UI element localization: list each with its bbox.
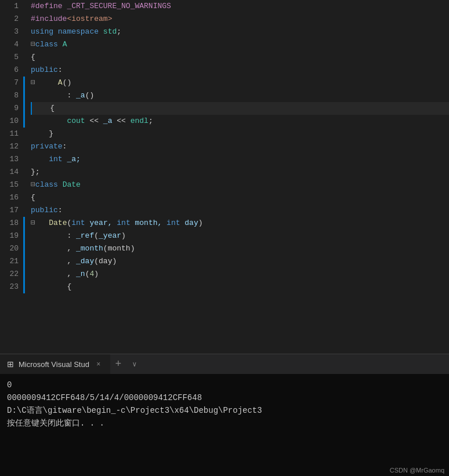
code-line: int _a; [31, 153, 449, 166]
terminal-tab[interactable]: ⊞ Microsoft Visual Stud × [0, 354, 110, 375]
line-number: 17 [0, 204, 19, 217]
code-line: cout << _a << endl; [31, 115, 449, 128]
code-line: #define _CRT_SECURE_NO_WARNINGS [31, 0, 449, 13]
terminal-output-wrapper: 00000009412CFF648/5/14/4/0000009412CFF64… [0, 374, 449, 476]
terminal-tab-icon: ⊞ [7, 359, 14, 369]
line-number: 20 [0, 242, 19, 255]
code-line: ⊟ Date(int year, int month, int day) [31, 217, 449, 230]
code-line: ⊟class A [31, 38, 449, 51]
line-indicator [23, 0, 26, 354]
terminal-line: 0000009412CFF648/5/14/4/0000009412CFF648 [7, 391, 442, 404]
code-line: #include<iostream> [31, 13, 449, 26]
line-number: 4 [0, 38, 19, 51]
code-line: , _month(month) [31, 242, 449, 255]
line-number: 2 [0, 13, 19, 26]
code-line: { [31, 51, 449, 64]
line-number: 13 [0, 153, 19, 166]
line-number: 12 [0, 140, 19, 153]
code-line: : _ref(_year) [31, 230, 449, 242]
tab-dropdown-button[interactable]: ∨ [126, 356, 143, 372]
code-line: ⊟ A() [31, 77, 449, 89]
line-number: 23 [0, 281, 19, 293]
code-line: public: [31, 204, 449, 217]
line-number: 9 [0, 102, 19, 115]
terminal-line: 0 [7, 379, 442, 391]
line-number: 21 [0, 255, 19, 268]
code-line: { [31, 102, 449, 115]
line-number: 7 [0, 77, 19, 89]
code-line: private: [31, 140, 449, 153]
line-number: 14 [0, 166, 19, 179]
code-line: { [31, 281, 449, 293]
code-line: } [31, 128, 449, 140]
code-line: using namespace std; [31, 26, 449, 38]
blue-bar-segment-2 [23, 217, 25, 293]
blue-bar-segment-1 [23, 77, 25, 128]
line-number: 19 [0, 230, 19, 242]
line-number: 11 [0, 128, 19, 140]
terminal-tab-close[interactable]: × [94, 359, 103, 369]
terminal-output: 00000009412CFF648/5/14/4/0000009412CFF64… [0, 374, 449, 476]
editor-area: 1234567891011121314151617181920212223 #d… [0, 0, 449, 354]
terminal-line: 按任意键关闭此窗口. . . [7, 417, 442, 430]
code-line: }; [31, 166, 449, 179]
code-lines: #define _CRT_SECURE_NO_WARNINGS#include<… [26, 0, 449, 354]
line-number: 1 [0, 0, 19, 13]
line-number: 10 [0, 115, 19, 128]
code-line: , _n(4) [31, 268, 449, 281]
terminal-tab-title: Microsoft Visual Stud [19, 360, 89, 369]
line-number: 22 [0, 268, 19, 281]
code-line: : _a() [31, 89, 449, 102]
terminal-line: D:\C语言\gitware\begin_-c\Project3\x64\Deb… [7, 404, 442, 417]
line-number: 6 [0, 64, 19, 77]
code-line: , _day(day) [31, 255, 449, 268]
code-line: { [31, 191, 449, 204]
line-number: 8 [0, 89, 19, 102]
line-number: 18 [0, 217, 19, 230]
terminal-tabs-bar: ⊞ Microsoft Visual Stud × + ∨ [0, 354, 449, 374]
line-number: 15 [0, 179, 19, 191]
line-number: 16 [0, 191, 19, 204]
line-number: 5 [0, 51, 19, 64]
code-line: public: [31, 64, 449, 77]
code-line: ⊟class Date [31, 179, 449, 191]
line-number: 3 [0, 26, 19, 38]
line-numbers: 1234567891011121314151617181920212223 [0, 0, 23, 354]
new-tab-button[interactable]: + [110, 356, 126, 372]
bottom-source-label: CSDN @MrGaomq [390, 467, 444, 474]
